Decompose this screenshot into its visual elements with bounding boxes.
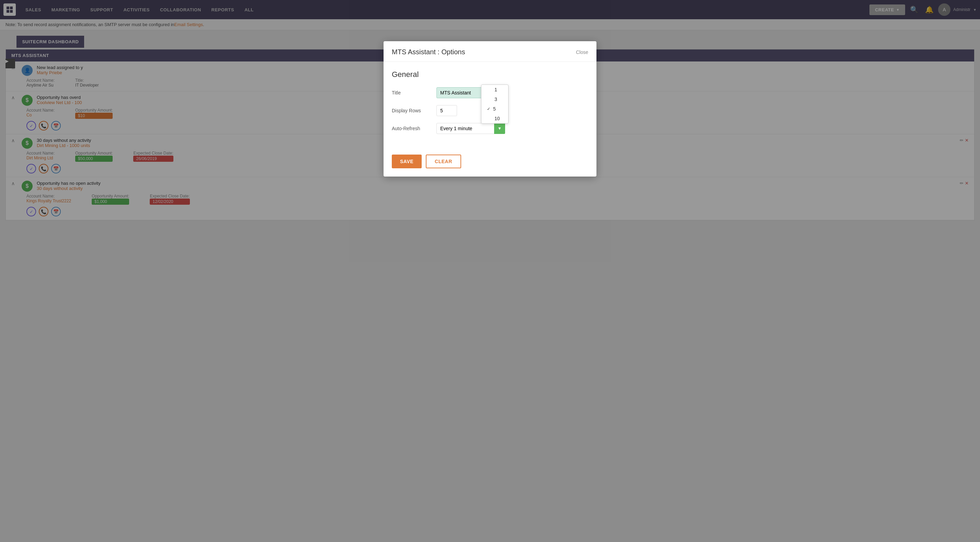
modal-header: MTS Assistant : Options Close [383,41,597,62]
rows-dropdown-popup: 1 3 5 10 [481,84,509,124]
display-rows-row: Display Rows 1 3 5 10 1 3 5 10 [392,105,588,116]
modal-title: MTS Assistant : Options [392,48,465,56]
options-modal: MTS Assistant : Options Close General Ti… [383,41,597,177]
save-button[interactable]: SAVE [392,155,422,168]
clear-button[interactable]: CLEAR [426,155,461,168]
section-title: General [392,70,588,79]
display-rows-label: Display Rows [392,108,436,113]
auto-refresh-select[interactable]: Every 1 minute Every 5 minutes Every 10 … [436,123,505,134]
dropdown-option-5[interactable]: 5 [481,104,508,114]
dropdown-option-10[interactable]: 10 [481,114,508,123]
auto-refresh-row: Auto-Refresh Every 1 minute Every 5 minu… [392,123,588,134]
dropdown-option-1[interactable]: 1 [481,85,508,94]
display-rows-select-wrapper: 1 3 5 10 [436,105,457,116]
modal-footer: SAVE CLEAR [383,149,597,177]
auto-refresh-select-wrapper: Every 1 minute Every 5 minutes Every 10 … [436,123,505,134]
auto-refresh-label: Auto-Refresh [392,126,436,131]
title-field-label: Title [392,90,436,96]
display-rows-select[interactable]: 1 3 5 10 [436,105,457,116]
dropdown-option-3[interactable]: 3 [481,94,508,104]
modal-body: General Title Display Rows 1 3 5 10 [383,62,597,149]
modal-close-button[interactable]: Close [576,49,588,55]
modal-overlay: MTS Assistant : Options Close General Ti… [0,0,980,542]
